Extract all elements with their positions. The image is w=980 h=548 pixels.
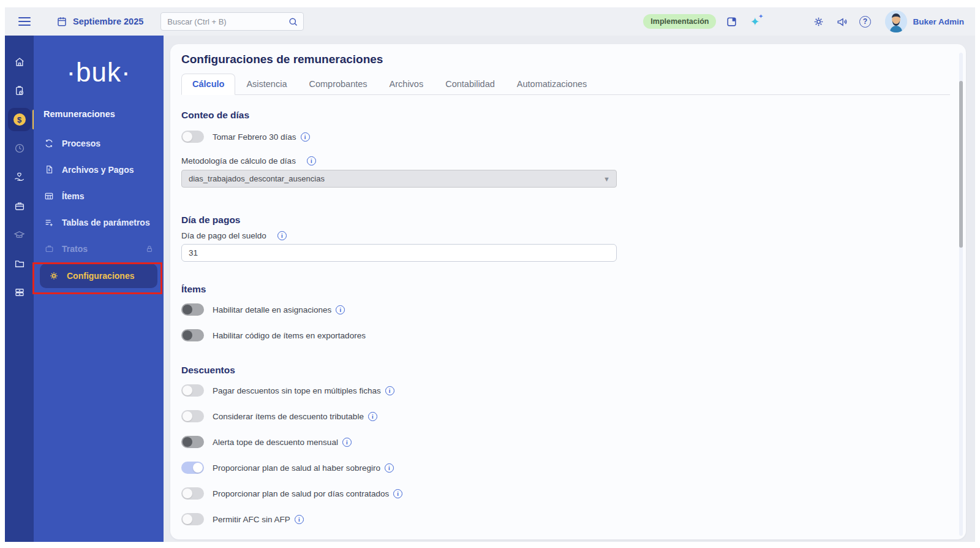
info-icon[interactable]: i [342, 438, 352, 447]
sidebar-item-tablas-de-parametros[interactable]: Tablas de parámetros [34, 209, 164, 235]
toggle-considerar-items-descuento[interactable] [181, 410, 204, 422]
toggle-row: Alerta tope de descuento mensual i [181, 436, 950, 448]
toggle-tomar-febrero-30-dias[interactable] [181, 131, 204, 143]
sidebar-item-configuraciones[interactable]: Configuraciones [40, 264, 157, 288]
metodologia-select[interactable]: dias_trabajados_descontar_ausencias ▼ [181, 170, 617, 188]
period-selector[interactable]: Septiembre 2025 [56, 16, 143, 27]
search-icon[interactable] [288, 17, 298, 27]
buk-logo: ·buk· [34, 56, 164, 88]
home-icon[interactable] [8, 50, 31, 74]
app-frame: Septiembre 2025 Implementación ✦✦ [5, 7, 975, 542]
sidebar-menu: Procesos $ Archivos y Pagos Ítems [34, 130, 164, 288]
toggle-label: Permitir AFC sin AFP [213, 515, 290, 524]
folder-icon[interactable] [8, 252, 31, 275]
svg-text:$: $ [48, 168, 50, 172]
main-content: Configuraciones de remuneraciones Cálcul… [170, 44, 966, 539]
toggle-row: Proporcionar plan de salud al haber sobr… [181, 462, 950, 474]
toggle-alerta-tope-descuento[interactable] [181, 436, 204, 448]
info-icon[interactable]: i [385, 463, 394, 473]
topbar: Septiembre 2025 Implementación ✦✦ [5, 7, 975, 36]
toggle-row: Considerar ítems de descuento tributable… [181, 410, 950, 422]
toggle-permitir-afc-sin-afp[interactable] [181, 513, 204, 525]
sparkle-icon: ✦✦ [750, 16, 760, 28]
table-icon [43, 191, 55, 201]
file-icon: $ [43, 165, 55, 174]
drawers-icon[interactable] [8, 281, 31, 304]
info-icon[interactable]: i [385, 386, 394, 395]
toggle-label: Pagar descuentos sin tope en múltiples f… [213, 386, 381, 395]
sidebar-item-items[interactable]: Ítems [34, 183, 164, 209]
clipboard-clock-icon[interactable] [8, 79, 31, 102]
toggle-row: Permitir AFC sin AFP i [181, 513, 950, 525]
info-icon[interactable]: i [393, 489, 402, 498]
tab-contabilidad[interactable]: Contabilidad [434, 74, 506, 95]
sidebar-item-label: Archivos y Pagos [62, 165, 134, 175]
list-plus-icon [43, 218, 55, 227]
tab-asistencia[interactable]: Asistencia [235, 74, 298, 95]
bookmark-button[interactable] [720, 10, 743, 33]
announcements-button[interactable] [830, 10, 853, 33]
section-heading-items: Ítems [181, 284, 950, 295]
payroll-coin-icon[interactable]: $ [8, 108, 31, 131]
avatar[interactable] [885, 10, 907, 32]
topbar-right: Implementación ✦✦ [643, 10, 967, 33]
sidebar-item-tratos[interactable]: Tratos [34, 235, 164, 262]
info-icon[interactable]: i [307, 156, 316, 166]
page-title: Configuraciones de remuneraciones [181, 53, 950, 66]
sidebar-item-archivos-y-pagos[interactable]: $ Archivos y Pagos [34, 156, 164, 183]
ai-assistant-button[interactable]: ✦✦ [743, 10, 766, 33]
info-icon[interactable]: i [295, 515, 304, 524]
refresh-icon [43, 139, 55, 148]
toggle-label: Proporcionar plan de salud por días cont… [213, 489, 389, 498]
sidebar-item-procesos[interactable]: Procesos [34, 130, 164, 156]
scrollbar-thumb[interactable] [959, 81, 963, 248]
section-heading-dia-de-pagos: Día de pagos [181, 215, 950, 226]
info-icon[interactable]: i [368, 412, 377, 421]
sidebar: ·buk· Remuneraciones Procesos $ Archivos… [34, 36, 164, 542]
info-icon[interactable]: i [336, 305, 345, 314]
section-heading-conteo-de-dias: Conteo de días [181, 110, 950, 121]
tab-bar: Cálculo Asistencia Comprobantes Archivos… [181, 74, 950, 95]
settings-button[interactable] [807, 10, 830, 33]
toggle-row: Tomar Febrero 30 días i [181, 131, 950, 143]
hand-heart-icon[interactable] [8, 166, 31, 189]
briefcase-icon[interactable] [8, 194, 31, 218]
toggle-proporcionar-plan-salud-dias[interactable] [181, 487, 204, 500]
sidebar-section-title: Remuneraciones [34, 109, 164, 119]
toggle-label: Proporcionar plan de salud al haber sobr… [213, 463, 380, 473]
clock-icon[interactable] [8, 137, 31, 160]
sidebar-item-label: Procesos [62, 139, 100, 148]
sidebar-item-label: Tablas de parámetros [62, 218, 150, 227]
bookmark-icon [726, 16, 737, 28]
dia-de-pago-input[interactable] [181, 244, 617, 262]
tab-automatizaciones[interactable]: Automatizaciones [506, 74, 598, 95]
toggle-label: Considerar ítems de descuento tributable [213, 412, 364, 421]
info-icon[interactable]: i [277, 231, 287, 240]
search-box[interactable] [160, 12, 304, 31]
tab-comprobantes[interactable]: Comprobantes [298, 74, 378, 95]
calendar-icon [56, 16, 67, 27]
app-body: $ ·buk· Remuneraciones [5, 36, 975, 542]
lock-icon [144, 245, 155, 253]
field-label: Metodología de cálculo de días i [181, 156, 950, 166]
toggle-habilitar-detalle-asignaciones[interactable] [181, 303, 204, 316]
toggle-habilitar-codigo-items[interactable] [181, 329, 204, 341]
toggle-row: Proporcionar plan de salud por días cont… [181, 487, 950, 500]
toggle-pagar-descuentos-sin-tope[interactable] [181, 384, 204, 397]
sidebar-item-label: Tratos [62, 244, 88, 254]
help-button[interactable]: ? [853, 10, 876, 33]
megaphone-icon [836, 16, 848, 28]
tab-calculo[interactable]: Cálculo [181, 74, 235, 95]
toggle-proporcionar-plan-salud-sobregiro[interactable] [181, 462, 204, 474]
field-label: Día de pago del sueldo i [181, 231, 950, 240]
user-name[interactable]: Buker Admin [913, 17, 964, 26]
tab-archivos[interactable]: Archivos [379, 74, 435, 95]
gear-icon [48, 271, 59, 281]
section-heading-descuentos: Descuentos [181, 365, 950, 376]
toggle-label: Habilitar detalle en asignaciones [213, 305, 331, 314]
graduation-cap-icon[interactable] [8, 223, 31, 246]
search-input[interactable] [167, 17, 288, 26]
help-icon: ? [859, 16, 871, 28]
info-icon[interactable]: i [301, 132, 310, 142]
hamburger-menu-icon[interactable] [18, 17, 31, 26]
